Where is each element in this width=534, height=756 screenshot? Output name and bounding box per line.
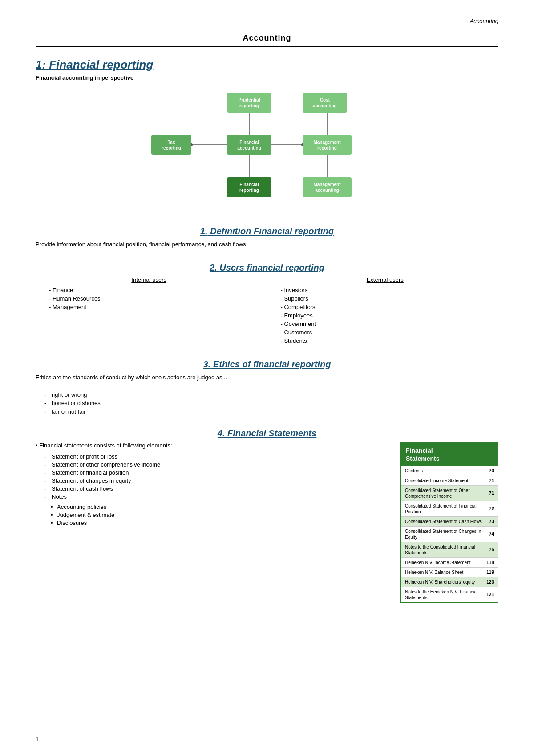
list-item: Government [281,321,494,327]
list-item: Statement of profit or loss [44,453,387,460]
external-users-col: External users Investors Suppliers Compe… [272,276,499,346]
list-item: Investors [281,287,494,293]
list-item: Management [49,304,258,310]
fs-row: Consolidated Statement of Financial Posi… [401,501,498,517]
internal-users-list: Finance Human Resources Management [40,287,258,310]
section1-title: Definition Financial reporting [210,226,334,236]
box-tax: Taxreporting [151,135,191,155]
section2-title: Users financial reporting [219,263,324,272]
list-item: honest or dishonest [44,400,498,406]
list-item: Human Resources [49,295,258,302]
section4-main-list: Statement of profit or loss Statement of… [36,453,387,500]
top-right-header: Accounting [36,18,498,24]
list-item: Customers [281,329,494,336]
users-container: Internal users Finance Human Resources M… [36,276,498,346]
external-users-list: Investors Suppliers Competitors Employee… [276,287,494,344]
fs-row: Consolidated Statement of Cash Flows 73 [401,517,498,527]
internal-users-label: Internal users [40,276,258,283]
box-mgmt-reporting: Managementreporting [303,135,352,155]
box-financial-rep: Financialreporting [227,177,271,197]
section4-title: Financial Statements [227,428,316,438]
section3-body: Ethics are the standards of conduct by w… [36,373,498,382]
box-financial-acc: Financialaccounting [227,135,271,155]
main-title-bar: Accounting [36,33,498,47]
section1-body: Provide information about financial posi… [36,240,498,249]
list-item: Statement of cash flows [44,485,387,492]
list-item: Statement of other comprehensive income [44,461,387,468]
section4-container: • Financial statements consists of follo… [36,442,498,603]
fs-row: Consolidated Statement of Other Comprehe… [401,486,498,501]
fs-row: Consolidated Income Statement 71 [401,476,498,486]
box-prudential: Prudentialreporting [227,93,271,113]
fs-row: Notes to the Heineken N.V. Financial Sta… [401,587,498,602]
section4-notes-list: Accounting policies Judgement & estimate… [36,504,387,526]
fs-row: Notes to the Consolidated Financial Stat… [401,542,498,558]
box-mgmt-acc: Managementaccounting [303,177,352,197]
section4-heading: 4. Financial Statements [36,428,498,439]
fs-row: Heineken N.V. Income Statement 118 [401,558,498,568]
section3-title: Ethics of financial reporting [213,359,331,369]
fs-row: Consolidated Statement of Changes in Equ… [401,527,498,542]
section1-main-title: 1: Financial reporting [36,58,498,72]
section1-subtitle: Financial accounting in perspective [36,74,498,81]
section1-heading: 1. Definition Financial reporting [36,226,498,236]
external-users-label: External users [276,276,494,283]
list-item: Statement of financial position [44,469,387,476]
main-title: Accounting [36,33,498,43]
fs-box: Financial Statements Contents 70 Consoli… [400,442,498,603]
fs-row: Heineken N.V. Balance Sheet 119 [401,568,498,577]
section3-heading: 3. Ethics of financial reporting [36,359,498,370]
users-divider [267,276,267,346]
list-item: Disclosures [51,520,387,526]
list-item: Finance [49,287,258,293]
list-item: Judgement & estimate [51,512,387,518]
fs-row: Heineken N.V. Shareholders' equity 120 [401,577,498,587]
list-item: fair or not fair [44,408,498,415]
fs-row: Contents 70 [401,466,498,476]
internal-users-col: Internal users Finance Human Resources M… [36,276,263,346]
list-item: Suppliers [281,295,494,302]
section4-left: • Financial statements consists of follo… [36,442,387,529]
section4-intro: • Financial statements consists of follo… [36,442,387,449]
list-item: Notes [44,493,387,500]
list-item: Statement of changes in equity [44,477,387,484]
section2-heading: 2. Users financial reporting [36,263,498,273]
list-item: right or wrong [44,391,498,398]
section3-list: right or wrong honest or dishonest fair … [36,391,498,415]
page-number: 1 [36,736,39,743]
box-cost: Costaccounting [303,93,347,113]
list-item: Competitors [281,304,494,310]
list-item: Accounting policies [51,504,387,510]
list-item: Students [281,337,494,344]
diagram-container: Prudentialreporting Costaccounting Taxre… [138,88,396,213]
financial-statements-box: Financial Statements Contents 70 Consoli… [400,442,498,603]
fs-box-header: Financial Statements [401,443,498,466]
list-item: Employees [281,312,494,319]
